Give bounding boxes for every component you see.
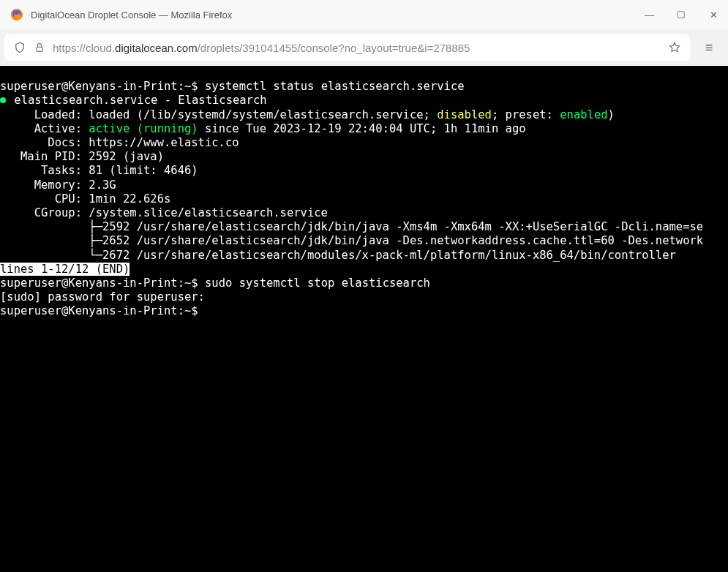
tree-line: └─2672 /usr/share/elasticsearch/modules/… xyxy=(0,249,676,262)
prompt-line: superuser@Kenyans-in-Print:~$ sudo syste… xyxy=(0,276,430,290)
hamburger-menu-button[interactable]: ≡ xyxy=(694,40,724,56)
cpu-line: CPU: 1min 22.626s xyxy=(0,192,170,206)
status-dot-icon xyxy=(0,97,6,103)
tree-line: ├─2652 /usr/share/elasticsearch/jdk/bin/… xyxy=(0,234,703,247)
bookmark-star-icon[interactable] xyxy=(668,41,681,54)
cgroup-line: CGroup: /system.slice/elasticsearch.serv… xyxy=(0,206,328,219)
browser-toolbar: https://cloud.digitalocean.com/droplets/… xyxy=(0,29,728,66)
prompt-line[interactable]: superuser@Kenyans-in-Print:~$ xyxy=(0,304,205,317)
tasks-line: Tasks: 81 (limit: 4646) xyxy=(0,164,198,177)
svg-rect-1 xyxy=(37,47,42,51)
lock-icon xyxy=(34,42,45,53)
active-line: Active: active (running) since Tue 2023-… xyxy=(0,122,526,135)
mainpid-line: Main PID: 2592 (java) xyxy=(0,150,164,163)
window-title: DigitalOcean Droplet Console — Mozilla F… xyxy=(31,10,232,20)
sudo-password-line: [sudo] password for superuser: xyxy=(0,290,205,304)
memory-line: Memory: 2.3G xyxy=(0,178,116,192)
unit-line: elasticsearch.service - Elasticsearch xyxy=(0,94,267,107)
firefox-icon xyxy=(10,8,23,21)
prompt-line: superuser@Kenyans-in-Print:~$ systemctl … xyxy=(0,80,465,93)
terminal[interactable]: superuser@Kenyans-in-Print:~$ systemctl … xyxy=(0,66,728,572)
maximize-button[interactable]: ☐ xyxy=(677,10,686,20)
loaded-line: Loaded: loaded (/lib/systemd/system/elas… xyxy=(0,108,615,121)
pager-status: lines 1-12/12 (END) xyxy=(0,263,130,276)
url-text[interactable]: https://cloud.digitalocean.com/droplets/… xyxy=(53,42,661,54)
docs-line: Docs: https://www.elastic.co xyxy=(0,136,239,149)
window-titlebar: DigitalOcean Droplet Console — Mozilla F… xyxy=(0,0,728,29)
close-button[interactable]: ✕ xyxy=(709,10,718,20)
minimize-button[interactable]: — xyxy=(645,10,653,20)
url-bar[interactable]: https://cloud.digitalocean.com/droplets/… xyxy=(4,34,690,61)
shield-icon xyxy=(13,41,26,54)
tree-line: ├─2592 /usr/share/elasticsearch/jdk/bin/… xyxy=(0,220,703,233)
